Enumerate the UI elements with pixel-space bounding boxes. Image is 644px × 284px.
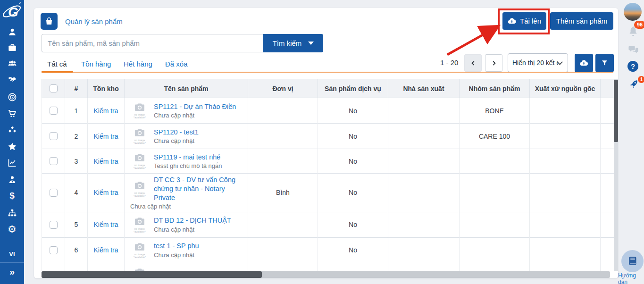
sidebar-item-sitemap[interactable] <box>0 209 24 218</box>
sidebar-item-user[interactable] <box>0 27 24 37</box>
page-title: Quản lý sản phẩm <box>65 17 123 25</box>
page-size-select[interactable]: Hiển thị 20 kết quả <box>508 53 568 72</box>
product-name-link[interactable]: SP1120 - test1 <box>154 128 199 137</box>
tab-all[interactable]: Tất cả <box>47 60 67 68</box>
table-row: 5 Kiểm tra no image *available* DT BD 12… <box>42 212 614 237</box>
row-checkbox[interactable] <box>50 221 58 229</box>
notification-badge: 96 <box>634 21 644 29</box>
origin-cell <box>530 124 601 149</box>
vertical-scrollbar-thumb[interactable] <box>614 80 618 142</box>
export-button[interactable] <box>575 54 593 72</box>
product-name-link[interactable]: DT CC 3 - DV tư vấn Công chứng tư nhân -… <box>154 175 245 202</box>
guide-label: Hướng dẫn <box>618 272 644 284</box>
whats-new-badge: 1 <box>638 76 644 83</box>
upload-button[interactable]: Tải lên <box>502 12 546 30</box>
double-chevron-right-icon: » <box>9 267 15 277</box>
stock-check-link[interactable]: Kiểm tra <box>93 133 118 140</box>
row-checkbox[interactable] <box>50 189 58 197</box>
unit-cell <box>248 98 318 124</box>
sidebar-item-dollar[interactable]: $ <box>0 191 24 201</box>
camera-icon <box>134 102 146 112</box>
product-name-link[interactable]: test 1 - SP phụ <box>154 242 199 251</box>
product-image-placeholder: no image *available* <box>130 217 149 233</box>
prev-page-button[interactable] <box>464 54 482 72</box>
product-name-link[interactable]: SP1119 - mai test nhé <box>154 153 222 162</box>
table-header-row: # Tồn kho Tên sản phẩm Đơn vị Sản phẩm d… <box>42 79 614 98</box>
manufacturer-cell <box>388 263 460 271</box>
horizontal-scrollbar-thumb[interactable] <box>42 271 262 278</box>
left-sidebar: G <box>0 0 24 284</box>
sidebar-item-settings[interactable]: ⚙ <box>0 224 24 235</box>
add-product-button[interactable]: Thêm sản phẩm <box>550 12 613 30</box>
sidebar-item-handshake[interactable] <box>0 75 24 85</box>
sidebar-item-chart[interactable] <box>0 158 24 167</box>
stock-check-link[interactable]: Kiểm tra <box>93 158 118 165</box>
guide-button[interactable] <box>621 250 644 272</box>
cloud-upload-icon <box>508 17 516 25</box>
dollar-icon: $ <box>9 191 15 201</box>
briefcase-icon <box>8 43 17 52</box>
sidebar-item-briefcase[interactable] <box>0 43 24 52</box>
stock-check-link[interactable]: Kiểm tra <box>93 221 118 228</box>
row-checkbox[interactable] <box>50 132 58 140</box>
service-flag-cell: No <box>318 174 388 212</box>
tab-out-of-stock[interactable]: Hết hàng <box>124 60 152 68</box>
book-icon <box>627 256 638 267</box>
user-avatar[interactable] <box>624 3 642 21</box>
help-button[interactable]: ? <box>627 61 638 72</box>
sidebar-divider <box>0 262 24 263</box>
product-name-link[interactable]: SP1121 - Dự án Thảo Điền <box>154 102 236 111</box>
row-checkbox[interactable] <box>50 246 58 254</box>
origin-cell <box>530 212 601 237</box>
row-index: 4 <box>65 174 88 212</box>
search-input[interactable] <box>42 34 263 52</box>
chevron-left-icon <box>470 60 477 67</box>
stock-check-link[interactable]: Kiểm tra <box>93 189 118 196</box>
stock-check-link[interactable]: Kiểm tra <box>93 246 118 254</box>
row-checkbox[interactable] <box>50 157 58 165</box>
gear-icon: ⚙ <box>8 224 17 235</box>
chevron-down-icon <box>557 59 563 65</box>
table-row: 2 Kiểm tra no image *available* SP1120 -… <box>42 124 614 149</box>
sidebar-item-star[interactable] <box>0 142 24 151</box>
tab-in-stock[interactable]: Tồn hàng <box>81 60 111 68</box>
chevron-right-icon <box>491 60 497 67</box>
product-subtitle: Tesst ghi chú mô tả ngắn <box>154 162 222 169</box>
col-extra <box>601 79 614 98</box>
sidebar-item-target[interactable] <box>0 92 24 102</box>
product-group-cell <box>460 212 530 237</box>
row-checkbox[interactable] <box>50 107 58 115</box>
service-flag-cell: Yes <box>318 263 388 271</box>
origin-cell <box>530 98 601 124</box>
user-tie-icon <box>8 175 17 184</box>
camera-icon <box>134 128 146 137</box>
chat-button[interactable] <box>628 45 639 57</box>
product-subtitle: Chưa cập nhật <box>130 203 245 210</box>
origin-cell <box>530 174 601 212</box>
vertical-scrollbar[interactable] <box>614 79 618 271</box>
stock-check-link[interactable]: Kiểm tra <box>93 107 118 115</box>
tab-deleted[interactable]: Đã xóa <box>165 60 188 68</box>
next-page-button[interactable] <box>485 54 502 72</box>
search-button[interactable]: Tìm kiếm <box>263 34 323 52</box>
filter-button[interactable] <box>595 54 614 72</box>
product-image-placeholder: no image *available* <box>130 267 149 271</box>
sidebar-item-cubes[interactable] <box>0 125 24 135</box>
sidebar-item-cart[interactable] <box>0 109 24 118</box>
line-chart-icon <box>8 158 17 167</box>
table-row: 6 Kiểm tra no image *available* test 1 -… <box>42 237 614 263</box>
select-all-checkbox[interactable] <box>50 84 58 92</box>
product-table: # Tồn kho Tên sản phẩm Đơn vị Sản phẩm d… <box>42 79 614 271</box>
row-index: 2 <box>65 124 88 149</box>
user-icon <box>8 27 17 37</box>
manufacturer-cell <box>388 124 460 149</box>
col-name: Tên sản phẩm <box>125 79 248 98</box>
product-name-link[interactable]: DT BD 12 - DỊCH THUẬT <box>154 216 231 225</box>
sidebar-collapse-button[interactable]: » <box>0 267 24 277</box>
app-logo[interactable]: G <box>1 1 23 23</box>
sidebar-item-user-tie[interactable] <box>0 175 24 184</box>
sidebar-item-users-group[interactable] <box>0 59 24 68</box>
horizontal-scrollbar[interactable] <box>42 271 610 278</box>
row-index: 1 <box>65 98 88 124</box>
language-toggle[interactable]: VI <box>0 251 24 258</box>
